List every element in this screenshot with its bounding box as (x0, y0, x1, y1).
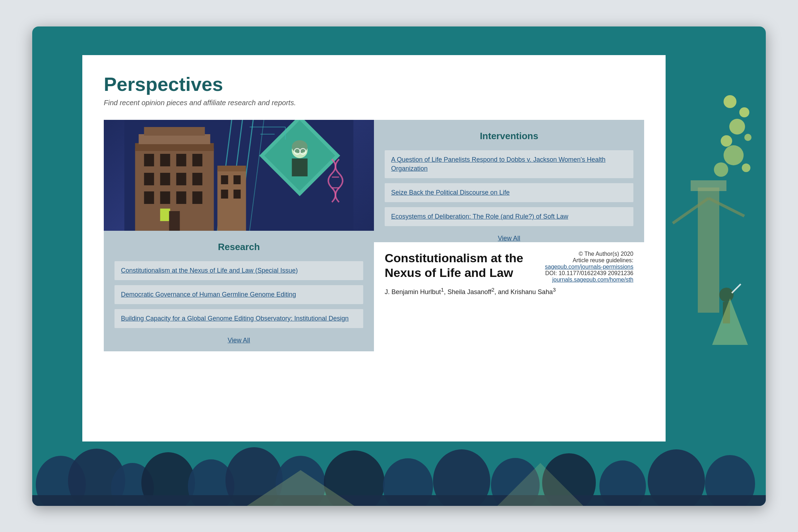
research-link-2[interactable]: Democratic Governance of Human Germline … (121, 291, 296, 298)
svg-rect-55 (160, 209, 170, 221)
research-item-2[interactable]: Democratic Governance of Human Germline … (115, 285, 363, 304)
svg-rect-8 (698, 187, 719, 313)
research-title: Research (115, 241, 363, 253)
article-title-col: Constitutionalism at the Nexus of Life a… (385, 251, 545, 286)
intervention-link-1[interactable]: A Question of Life Panelists Respond to … (391, 156, 605, 172)
author3-name: , and Krishanu Saha (495, 288, 553, 296)
svg-point-1 (739, 107, 749, 117)
svg-point-3 (721, 135, 732, 147)
article-guidelines-label: Article reuse guidelines: (545, 257, 633, 264)
article-journal-url[interactable]: journals.sagepub.com/home/sth (545, 277, 633, 283)
svg-rect-56 (169, 211, 180, 231)
svg-rect-42 (144, 127, 205, 136)
svg-rect-61 (221, 190, 228, 199)
interventions-section: Interventions A Question of Life Panelis… (374, 120, 644, 352)
interventions-view-all[interactable]: View All (385, 235, 633, 242)
intervention-item-1[interactable]: A Question of Life Panelists Respond to … (385, 150, 633, 178)
svg-rect-53 (176, 191, 186, 204)
svg-rect-66 (292, 158, 308, 176)
research-item-3[interactable]: Building Capacity for a Global Genome Ed… (115, 309, 363, 328)
svg-rect-43 (144, 154, 154, 166)
svg-rect-44 (160, 154, 170, 166)
author2-name: , Sheila Jasanoff (444, 288, 491, 296)
content-area: Perspectives Find recent opinion pieces … (82, 55, 666, 441)
article-top-row: Constitutionalism at the Nexus of Life a… (385, 251, 633, 286)
svg-rect-54 (193, 191, 203, 204)
svg-rect-58 (218, 166, 246, 171)
research-item-1[interactable]: Constitutionalism at the Nexus of Life a… (115, 261, 363, 280)
article-authors: J. Benjamin Hurlbut1, Sheila Jasanoff2, … (385, 286, 633, 297)
intervention-item-2[interactable]: Seize Back the Political Discourse on Li… (385, 183, 633, 202)
intervention-link-3[interactable]: Ecosystems of Deliberation: The Role (an… (391, 213, 568, 220)
svg-rect-48 (160, 173, 170, 185)
svg-rect-40 (135, 143, 214, 151)
svg-point-5 (724, 145, 744, 165)
page-title: Perspectives (104, 73, 644, 95)
svg-rect-9 (691, 180, 726, 191)
svg-rect-46 (193, 154, 203, 166)
svg-line-15 (732, 284, 741, 293)
outer-frame: Perspectives Find recent opinion pieces … (32, 26, 766, 506)
svg-rect-31 (32, 495, 766, 506)
main-grid: Interventions A Question of Life Panelis… (104, 120, 644, 352)
svg-rect-49 (176, 173, 186, 185)
intervention-item-3[interactable]: Ecosystems of Deliberation: The Role (an… (385, 207, 633, 226)
hero-illustration (104, 120, 374, 231)
interventions-title: Interventions (385, 131, 633, 142)
research-view-all[interactable]: View All (115, 337, 363, 344)
page-subtitle: Find recent opinion pieces and affiliate… (104, 99, 644, 107)
svg-rect-60 (234, 175, 241, 184)
svg-rect-41 (139, 134, 210, 144)
hero-image (104, 120, 374, 231)
svg-point-12 (719, 288, 734, 302)
svg-rect-45 (176, 154, 186, 166)
article-guidelines-url[interactable]: sagepub.com/journals-permissions (545, 264, 633, 270)
article-title: Constitutionalism at the Nexus of Life a… (385, 251, 539, 280)
article-meta-block: © The Author(s) 2020 Article reuse guide… (545, 251, 633, 283)
svg-rect-59 (221, 175, 228, 184)
research-link-1[interactable]: Constitutionalism at the Nexus of Life a… (121, 267, 298, 274)
svg-point-0 (724, 95, 736, 108)
intervention-link-2[interactable]: Seize Back the Political Discourse on Li… (391, 189, 510, 196)
svg-rect-47 (144, 173, 154, 185)
article-copyright: © The Author(s) 2020 (545, 251, 633, 257)
author1-name: J. Benjamin Hurlbut (385, 288, 441, 296)
svg-rect-51 (144, 191, 154, 204)
article-doi: DOI: 10.1177/01622439 20921236 (545, 270, 633, 277)
svg-rect-52 (160, 191, 170, 204)
deco-right-tower (655, 170, 762, 348)
research-link-3[interactable]: Building Capacity for a Global Genome Ed… (121, 315, 349, 322)
svg-point-2 (729, 119, 745, 135)
svg-rect-50 (193, 173, 203, 185)
author2-sup: 2 (491, 287, 494, 293)
svg-point-4 (744, 134, 751, 141)
research-section: Research Constitutionalism at the Nexus … (104, 231, 374, 352)
svg-rect-62 (234, 190, 241, 199)
author3-sup: 3 (553, 287, 556, 293)
